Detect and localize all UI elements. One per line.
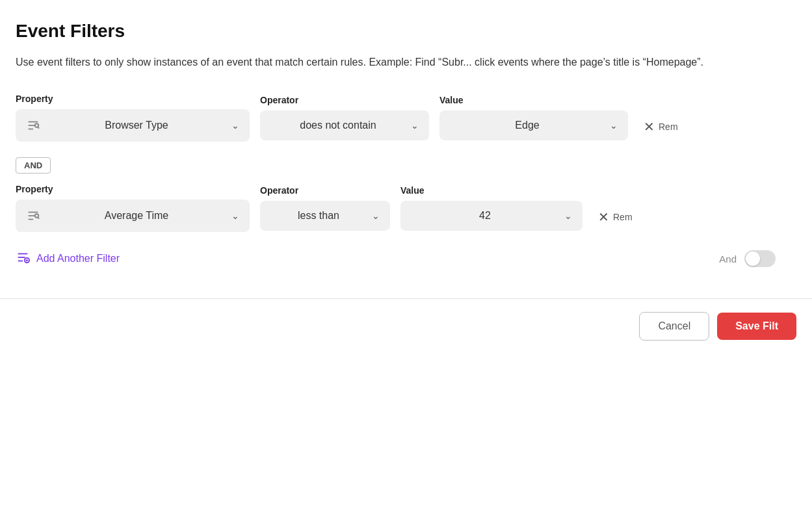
filter1-remove-label: Rem	[659, 122, 678, 132]
toggle-knob	[746, 252, 760, 266]
filter-row-1: Property Browser Type ⌄	[16, 94, 791, 142]
filter1-value-value: Edge	[450, 120, 605, 131]
svg-point-8	[35, 214, 39, 218]
filter2-value-value: 42	[411, 210, 559, 222]
add-filter-icon	[16, 250, 30, 267]
filter1-operator-dropdown[interactable]: does not contain ⌄	[260, 110, 429, 140]
footer-buttons: Cancel Save Filt	[0, 299, 812, 354]
filter2-property-column: Property Average Time ⌄	[16, 184, 250, 232]
filter1-property-icon	[26, 118, 40, 133]
filter1-property-inner: Browser Type	[26, 118, 226, 133]
filter2-property-dropdown[interactable]: Average Time ⌄	[16, 200, 250, 232]
filter2-property-value: Average Time	[47, 210, 226, 222]
filter2-operator-chevron: ⌄	[372, 211, 380, 221]
filter2-remove-button[interactable]: ✕ Rem	[593, 204, 638, 230]
filter2-operator-value: less than	[270, 210, 367, 222]
filter1-operator-label: Operator	[260, 95, 429, 105]
filter1-remove-button[interactable]: ✕ Rem	[638, 114, 683, 140]
svg-line-9	[38, 218, 39, 219]
filter1-close-icon: ✕	[644, 119, 655, 135]
main-content: Event Filters Use event filters to only …	[0, 0, 812, 267]
filter1-value-column: Value Edge ⌄	[439, 95, 628, 140]
filter2-property-inner: Average Time	[26, 209, 226, 223]
save-filters-button[interactable]: Save Filt	[717, 313, 796, 340]
filter1-operator-column: Operator does not contain ⌄	[260, 95, 429, 140]
filter1-operator-value: does not contain	[270, 120, 406, 131]
filter2-property-label: Property	[16, 184, 250, 194]
filter2-value-chevron: ⌄	[564, 211, 572, 221]
filter-row-2: Property Average Time ⌄	[16, 184, 791, 232]
filter1-property-chevron: ⌄	[231, 120, 239, 131]
filter1-property-value: Browser Type	[47, 120, 226, 131]
filter1-property-label: Property	[16, 94, 250, 104]
filter1-value-dropdown[interactable]: Edge ⌄	[439, 110, 628, 140]
cancel-button[interactable]: Cancel	[639, 312, 709, 341]
add-filter-row: Add Another Filter And	[16, 250, 791, 267]
filter1-value-label: Value	[439, 95, 628, 105]
filter2-operator-label: Operator	[260, 185, 390, 196]
and-or-toggle[interactable]	[744, 250, 776, 267]
filter1-property-column: Property Browser Type ⌄	[16, 94, 250, 142]
filter1-property-dropdown[interactable]: Browser Type ⌄	[16, 109, 250, 142]
filter1-value-chevron: ⌄	[610, 120, 618, 131]
add-filter-label: Add Another Filter	[36, 253, 120, 264]
and-or-label: And	[719, 253, 737, 264]
and-or-section: And	[719, 250, 776, 267]
svg-point-3	[35, 123, 39, 127]
filter2-property-chevron: ⌄	[231, 211, 239, 221]
filter2-value-label: Value	[400, 185, 583, 196]
filter2-operator-column: Operator less than ⌄	[260, 185, 390, 231]
filter2-close-icon: ✕	[598, 209, 609, 225]
add-filter-button[interactable]: Add Another Filter	[16, 250, 120, 267]
page-description: Use event filters to only show instances…	[16, 55, 791, 70]
filter2-remove-label: Rem	[613, 212, 633, 222]
svg-line-4	[38, 127, 39, 129]
filter2-value-dropdown[interactable]: 42 ⌄	[400, 201, 583, 231]
page-title: Event Filters	[16, 21, 791, 42]
filter1-operator-chevron: ⌄	[411, 120, 419, 131]
filter2-value-column: Value 42 ⌄	[400, 185, 583, 231]
filter2-property-icon	[26, 209, 40, 223]
filter2-operator-dropdown[interactable]: less than ⌄	[260, 201, 390, 231]
and-badge: AND	[16, 157, 51, 174]
